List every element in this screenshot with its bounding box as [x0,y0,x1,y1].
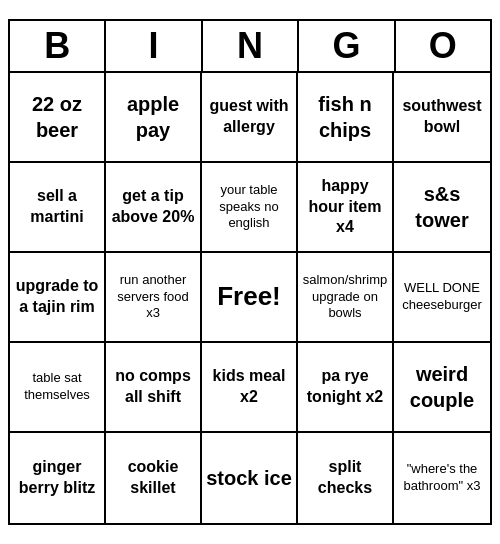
bingo-cell-7: your table speaks no english [202,163,298,253]
bingo-cell-15: table sat themselves [10,343,106,433]
bingo-cell-0: 22 oz beer [10,73,106,163]
bingo-cell-9: s&s tower [394,163,490,253]
bingo-cell-20: ginger berry blitz [10,433,106,523]
bingo-cell-21: cookie skillet [106,433,202,523]
bingo-cell-1: apple pay [106,73,202,163]
bingo-cell-3: fish n chips [298,73,394,163]
bingo-cell-14: WELL DONE cheeseburger [394,253,490,343]
header-letter-g: G [299,21,395,71]
bingo-cell-17: kids meal x2 [202,343,298,433]
bingo-cell-11: run another servers food x3 [106,253,202,343]
bingo-cell-4: southwest bowl [394,73,490,163]
bingo-cell-13: salmon/shrimp upgrade on bowls [298,253,394,343]
bingo-cell-18: pa rye tonight x2 [298,343,394,433]
bingo-card: BINGO 22 oz beerapple payguest with alle… [8,19,492,525]
bingo-cell-10: upgrade to a tajin rim [10,253,106,343]
header-letter-b: B [10,21,106,71]
header-letter-i: I [106,21,202,71]
bingo-cell-23: split checks [298,433,394,523]
bingo-cell-6: get a tip above 20% [106,163,202,253]
bingo-grid: 22 oz beerapple payguest with allergyfis… [10,73,490,523]
bingo-cell-16: no comps all shift [106,343,202,433]
bingo-header: BINGO [10,21,490,73]
bingo-cell-12: Free! [202,253,298,343]
header-letter-n: N [203,21,299,71]
header-letter-o: O [396,21,490,71]
bingo-cell-19: weird couple [394,343,490,433]
bingo-cell-24: "where's the bathroom" x3 [394,433,490,523]
bingo-cell-22: stock ice [202,433,298,523]
bingo-cell-2: guest with allergy [202,73,298,163]
bingo-cell-8: happy hour item x4 [298,163,394,253]
bingo-cell-5: sell a martini [10,163,106,253]
